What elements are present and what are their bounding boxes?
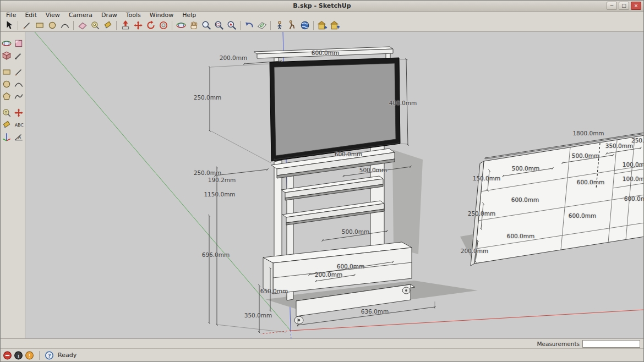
dimension-label: 600.0mm [312, 50, 340, 56]
main-toolbar [1, 19, 643, 32]
dimension-label: 200.0mm [220, 54, 248, 61]
arc-icon[interactable] [13, 78, 25, 90]
pan-icon[interactable] [187, 20, 200, 31]
line-icon[interactable] [20, 20, 33, 31]
rectangle-icon[interactable] [33, 20, 46, 31]
google-earth-icon[interactable] [298, 20, 311, 31]
minimize-button[interactable]: ─ [607, 2, 617, 10]
orbit-icon[interactable] [1, 37, 13, 49]
measurements-bar: Measurements [1, 338, 643, 348]
protractor-icon[interactable]: A [13, 131, 25, 142]
maximize-button[interactable]: □ [619, 2, 629, 10]
dimension-label: 400.0mm [389, 100, 417, 106]
component-icon[interactable] [1, 50, 13, 61]
dimension-label: 500.0mm [342, 228, 370, 235]
move-icon[interactable] [13, 107, 25, 118]
paint-bucket-icon[interactable] [101, 20, 114, 31]
dimension-label: 600.0mm [507, 233, 535, 239]
dimension-label: 200.0mm [315, 271, 343, 278]
measurements-input[interactable] [582, 340, 640, 348]
circle-icon[interactable] [1, 78, 13, 90]
svg-text:!: ! [29, 352, 31, 358]
pencil-icon[interactable] [13, 50, 25, 61]
help-icon[interactable]: ? [45, 350, 54, 360]
window-controls: ─ □ × [607, 2, 643, 10]
circle-icon[interactable] [46, 20, 58, 31]
close-button[interactable]: × [631, 2, 641, 10]
left-toolbar: ABCA [1, 32, 25, 338]
select-icon[interactable] [3, 20, 15, 31]
zoom-window-icon[interactable] [212, 20, 225, 31]
polygon-icon[interactable] [1, 90, 13, 102]
viewport[interactable]: 200.0mm600.0mm250.0mm400.0mm600.0mm250.0… [25, 32, 643, 338]
dimension-label: 600.0mm [335, 151, 363, 157]
walk-icon[interactable] [286, 20, 298, 31]
status-icons: i! [3, 350, 34, 360]
svg-text:?: ? [48, 352, 51, 358]
dimension-label: 150.0mm [473, 175, 501, 182]
dimension-label: 600.0mm [577, 179, 605, 185]
share-models-icon[interactable] [329, 20, 341, 31]
tv[interactable] [270, 58, 400, 161]
axes-icon[interactable] [1, 131, 13, 142]
status-bar: i! ? Ready [1, 348, 643, 361]
menu-camera[interactable]: Camera [64, 12, 97, 19]
menu-view[interactable]: View [41, 12, 64, 19]
main-area: ABCA [1, 32, 643, 338]
menu-window[interactable]: Window [145, 12, 178, 19]
arc-icon[interactable] [58, 20, 71, 31]
offset-icon[interactable] [157, 20, 170, 31]
menu-edit[interactable]: Edit [20, 12, 41, 19]
cutting-board[interactable] [471, 134, 643, 266]
dimension-label: 500.0mm [359, 167, 388, 173]
toolbar-separator [73, 21, 74, 30]
zoom-icon[interactable] [200, 20, 212, 31]
orbit-icon[interactable] [174, 20, 187, 31]
toolbar-separator [313, 21, 314, 30]
dimension-label: 350.0mm [605, 142, 634, 149]
section-plane-icon[interactable] [255, 20, 268, 31]
dimension-label: 600.0mm [624, 195, 643, 202]
measurements-label: Measurements [537, 341, 580, 347]
sketchup-window: B.skp - SketchUp ─ □ × FileEditViewCamer… [0, 0, 644, 362]
rotate-icon[interactable] [144, 20, 157, 31]
toolbar-separator [172, 21, 172, 30]
rectangle-icon[interactable] [1, 66, 13, 78]
status-text: Ready [58, 352, 77, 359]
position-camera-icon[interactable] [273, 20, 286, 31]
claim-icon[interactable]: ! [25, 350, 34, 360]
freehand-icon[interactable] [13, 90, 25, 102]
tv-screen [274, 63, 396, 156]
push-pull-icon[interactable] [119, 20, 132, 31]
fix-problems-icon[interactable] [3, 350, 12, 360]
move-icon[interactable] [132, 20, 144, 31]
paint-bucket-icon[interactable] [1, 119, 13, 130]
title-bar[interactable]: B.skp - SketchUp ─ □ × [1, 1, 643, 12]
dimension-label: 600.0mm [337, 263, 365, 270]
svg-text:ABC: ABC [15, 123, 24, 128]
zoom-extents-icon[interactable] [225, 20, 238, 31]
dimension-label: 250.0mm [194, 169, 222, 176]
tape-measure-icon[interactable] [89, 20, 101, 31]
tape-measure-icon[interactable] [1, 107, 13, 118]
menu-file[interactable]: File [2, 12, 20, 19]
model-scene [25, 32, 643, 338]
left-toolbar-gap [1, 62, 25, 65]
dimension-label: 600.0mm [569, 212, 597, 219]
dimension-label: 500.0mm [512, 165, 540, 172]
previous-icon[interactable] [243, 20, 255, 31]
info-icon[interactable]: i [14, 350, 23, 360]
dimension-label: 1800.0mm [572, 130, 604, 136]
menu-help[interactable]: Help [178, 12, 200, 19]
dimension-label: 250.0mm [468, 210, 496, 217]
dimension-label: 190.2mm [208, 177, 236, 183]
eraser-icon[interactable] [76, 20, 89, 31]
menu-draw[interactable]: Draw [97, 12, 122, 19]
paint-face-icon[interactable] [13, 37, 25, 49]
toolbar-separator [18, 21, 18, 30]
line-icon[interactable] [13, 66, 25, 78]
menu-bar: FileEditViewCameraDrawToolsWindowHelp [1, 12, 643, 19]
text-icon[interactable]: ABC [13, 119, 25, 130]
menu-tools[interactable]: Tools [122, 12, 145, 19]
get-models-icon[interactable] [316, 20, 329, 31]
